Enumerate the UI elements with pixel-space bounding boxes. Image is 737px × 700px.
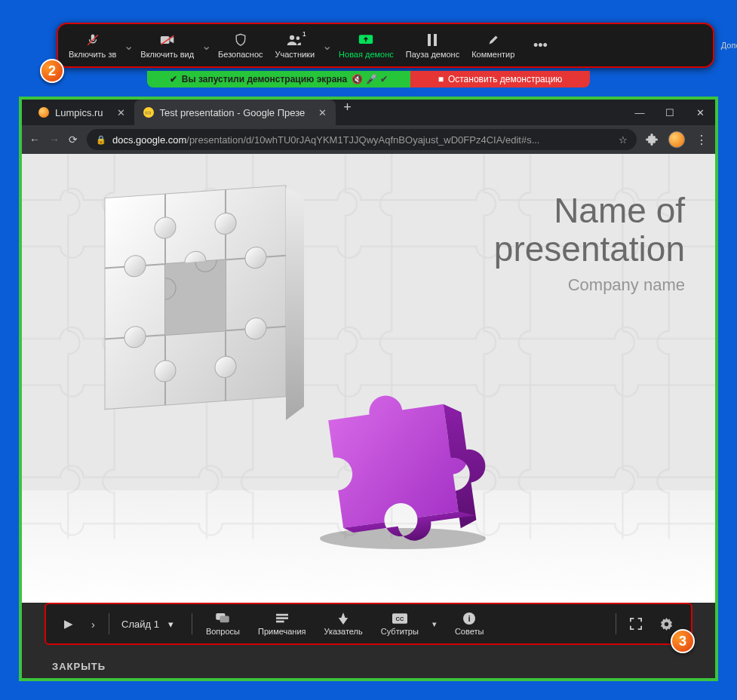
pause-share-button[interactable]: Пауза демонс: [400, 24, 465, 66]
extensions-icon[interactable]: [646, 134, 658, 146]
questions-button[interactable]: Вопросы: [197, 612, 249, 636]
svg-rect-7: [434, 34, 437, 46]
captions-button[interactable]: CC Субтитры: [372, 612, 428, 636]
notes-icon: [276, 612, 288, 625]
audio-chevron-icon[interactable]: ⌄: [122, 38, 134, 53]
share-status-bar: ✔Вы запустили демонстрацию экрана 🔇🎤✔ ■О…: [147, 71, 590, 88]
participants-label: Участники: [275, 50, 315, 59]
reload-button[interactable]: ⟳: [69, 134, 78, 146]
close-icon[interactable]: ✕: [117, 107, 125, 118]
browser-titlebar: Lumpics.ru ✕ ▭ Test presentation - Googl…: [22, 100, 715, 125]
play-button[interactable]: ▶: [55, 617, 82, 631]
start-video-button[interactable]: Включить вид: [134, 24, 200, 66]
puzzle-cube-graphic: [90, 184, 316, 456]
slide-title-block: Name ofpresentation Company name: [494, 192, 685, 295]
people-icon: 1: [287, 32, 303, 48]
annotate-button[interactable]: Комментир: [465, 24, 521, 66]
camera-off-icon: [160, 32, 175, 48]
favicon-slides-icon: ▭: [143, 107, 154, 118]
forward-button: →: [49, 134, 60, 146]
svg-rect-22: [220, 616, 229, 623]
pencil-icon: [487, 32, 499, 48]
pause-icon: [427, 32, 438, 48]
stop-share-button[interactable]: ■Остановить демонстрацию: [410, 71, 590, 88]
tab-presentation-label: Test presentation - Google Презе: [160, 107, 306, 118]
settings-button[interactable]: [651, 618, 682, 631]
info-icon: i: [463, 612, 475, 625]
favicon-lumpics-icon: [38, 107, 49, 118]
slide-selector-label: Слайд 1: [121, 619, 159, 630]
slide-selector[interactable]: Слайд 1▾: [114, 619, 187, 630]
close-icon[interactable]: ✕: [318, 107, 327, 118]
microphone-muted-icon: [86, 32, 100, 48]
lock-icon: 🔒: [96, 135, 106, 145]
svg-text:CC: CC: [395, 616, 404, 622]
slide-title-line1: Name of: [554, 191, 685, 230]
url-input[interactable]: 🔒 docs.google.com/presentation/d/10whTU0…: [87, 129, 637, 150]
slide-subtitle: Company name: [494, 275, 685, 295]
svg-text:i: i: [468, 614, 471, 623]
close-presentation-button[interactable]: ЗАКРЫТЬ: [52, 661, 106, 672]
pointer-button[interactable]: Указатель: [315, 612, 371, 636]
callout-badge-2: 2: [40, 59, 64, 83]
profile-avatar[interactable]: [668, 131, 685, 148]
chat-icon: [216, 612, 229, 625]
cc-icon: CC: [392, 612, 407, 625]
window-controls: — ☐ ✕: [625, 107, 715, 118]
presentation-toolbar: ▶ › Слайд 1▾ Вопросы Примечания Указател…: [45, 603, 692, 645]
pointer-icon: [338, 612, 349, 625]
new-share-button[interactable]: Новая демонс: [333, 24, 400, 66]
unmute-button[interactable]: Включить зв: [63, 24, 122, 66]
svg-point-3: [290, 35, 294, 40]
close-window-button[interactable]: ✕: [685, 107, 715, 118]
svg-rect-6: [428, 34, 431, 46]
svg-point-20: [320, 528, 486, 549]
new-share-label: Новая демонс: [339, 50, 394, 59]
tips-button[interactable]: i Советы: [446, 612, 493, 636]
unmute-label: Включить зв: [69, 50, 116, 59]
svg-rect-25: [276, 621, 284, 623]
annotate-label: Комментир: [471, 50, 514, 59]
participants-button[interactable]: 1 Участники: [269, 24, 321, 66]
slide-title-line2: presentation: [494, 229, 685, 269]
shared-screen-frame: Lumpics.ru ✕ ▭ Test presentation - Googl…: [19, 97, 718, 681]
security-label: Безопаснос: [218, 50, 263, 59]
fullscreen-button[interactable]: [621, 618, 651, 630]
svg-point-4: [296, 36, 299, 40]
browser-addressbar: ← → ⟳ 🔒 docs.google.com/presentation/d/1…: [22, 125, 715, 154]
tab-lumpics-label: Lumpics.ru: [55, 107, 103, 118]
video-label: Включить вид: [140, 50, 194, 59]
back-button[interactable]: ←: [29, 134, 40, 146]
zoom-toolbar: Включить зв ⌄ Включить вид ⌄ Безопаснос …: [57, 23, 714, 68]
pause-share-label: Пауза демонс: [406, 50, 459, 59]
tab-presentation[interactable]: ▭ Test presentation - Google Презе ✕: [134, 100, 336, 125]
maximize-button[interactable]: ☐: [655, 107, 685, 118]
share-screen-icon: [358, 32, 373, 48]
notes-button[interactable]: Примечания: [249, 612, 315, 636]
svg-rect-19: [165, 259, 226, 335]
callout-badge-3: 3: [671, 629, 695, 653]
new-tab-button[interactable]: +: [336, 100, 359, 125]
video-chevron-icon[interactable]: ⌄: [200, 38, 212, 53]
menu-icon[interactable]: ⋮: [696, 133, 708, 147]
svg-rect-23: [276, 614, 288, 616]
security-button[interactable]: Безопаснос: [212, 24, 269, 66]
tab-lumpics[interactable]: Lumpics.ru ✕: [29, 100, 134, 125]
shield-icon: [235, 32, 247, 48]
participants-chevron-icon[interactable]: ⌄: [321, 38, 333, 53]
puzzle-piece-graphic: [305, 380, 501, 554]
share-active-notice: ✔Вы запустили демонстрацию экрана 🔇🎤✔: [147, 71, 410, 88]
more-button[interactable]: •••: [524, 38, 557, 54]
presentation-slide: Name ofpresentation Company name: [22, 154, 715, 603]
next-slide-button[interactable]: ›: [82, 618, 104, 631]
chevron-down-icon: ▾: [168, 619, 174, 630]
svg-point-31: [665, 622, 668, 625]
minimize-button[interactable]: —: [625, 107, 655, 118]
more-label: Дополнит: [721, 41, 737, 50]
participants-count: 1: [302, 30, 306, 38]
svg-rect-24: [276, 617, 288, 619]
star-icon[interactable]: ☆: [619, 134, 628, 146]
captions-chevron-icon[interactable]: ▾: [423, 619, 446, 629]
